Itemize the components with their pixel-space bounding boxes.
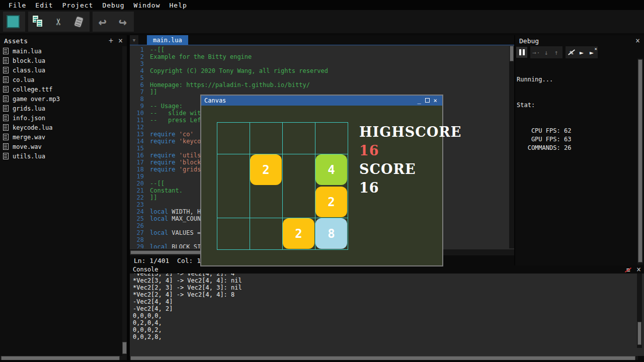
asset-item-game-over-mp3[interactable]: game over.mp3 (0, 94, 122, 104)
highscore-value: 16 (359, 144, 461, 157)
console-line: 0,0,0,2, (133, 326, 635, 333)
score-label: SCORE (359, 163, 461, 176)
add-asset-button[interactable]: + (109, 37, 113, 45)
assets-vertical-scrollbar[interactable] (122, 46, 127, 356)
step-over-button[interactable]: →· (531, 47, 541, 57)
run-button[interactable] (3, 12, 23, 32)
asset-item-co-lua[interactable]: co.lua (0, 75, 122, 84)
main-toolbar: ✂ ↩ ↪ (0, 10, 644, 33)
breakpoint-arrow-icon: ► (580, 49, 584, 56)
run-icon (7, 15, 20, 28)
menu-debug[interactable]: Debug (98, 2, 129, 9)
clear-console-button[interactable]: ≡ (624, 266, 632, 274)
code-line: 2Example for the Bitty engine (130, 53, 509, 60)
console-line: 0,0,0,0, (133, 312, 635, 319)
game-tile-4: 4 (315, 154, 347, 185)
assets-list: main.luablock.luaclass.luaco.luacollege.… (0, 46, 122, 161)
menu-file[interactable]: File (4, 2, 31, 9)
debug-header: Debug × (515, 35, 644, 46)
breakpoint-button[interactable]: ► (577, 47, 587, 57)
maximize-icon (425, 98, 430, 103)
canvas-title-bar[interactable]: Canvas _ × (201, 96, 442, 106)
grid-line (217, 122, 217, 250)
console-line: *Vec2[3, 2] -> Vec2[4, 2]: 4 (133, 274, 635, 277)
game-tile-2: 2 (315, 187, 347, 217)
asset-item-grids-lua[interactable]: grids.lua (0, 104, 122, 113)
pause-icon (519, 49, 525, 55)
grid-line (250, 122, 250, 250)
ide-window: FileEditProjectDebugWindowHelp ✂ ↩ (0, 0, 644, 362)
file-icon (3, 115, 9, 121)
clear-breakpoints-button[interactable]: ► (587, 47, 597, 57)
step-out-icon: ↑ (554, 49, 558, 56)
grid-line (348, 122, 348, 250)
menu-project[interactable]: Project (58, 2, 98, 9)
redo-icon: ↪ (119, 15, 127, 29)
step-out-button[interactable]: ↑ (551, 47, 561, 57)
canvas-minimize-button[interactable]: _ (415, 96, 423, 106)
window-bottom-edge (0, 360, 644, 362)
file-icon (3, 134, 9, 140)
debug-output: Running... Stat: CPU FPS: 62 GPU FPS: 63… (517, 58, 571, 169)
asset-item-block-lua[interactable]: block.lua (0, 56, 122, 65)
tab-main-lua[interactable]: main.lua (147, 35, 188, 45)
editor-vertical-scrollbar[interactable] (509, 46, 514, 248)
asset-item-main-lua[interactable]: main.lua (0, 46, 122, 56)
pause-button[interactable] (516, 47, 527, 58)
debug-status: Running... (517, 75, 571, 84)
assets-header: Assets + × (0, 35, 127, 46)
asset-item-merge-wav[interactable]: merge.wav (0, 132, 122, 142)
canvas-window: Canvas _ × HIGHSCORE 16 SCORE 16 24228 (200, 95, 443, 266)
menu-help[interactable]: Help (165, 2, 192, 9)
console-line: 0,0,2,8, (133, 333, 635, 340)
toggle-breakpoint-button[interactable]: ✎ (567, 47, 577, 57)
assets-panel: Assets + × main.luablock.luaclass.luaco.… (0, 35, 127, 356)
list-slash-icon: ≡ (626, 266, 630, 274)
file-icon (3, 143, 9, 150)
console-vertical-scrollbar[interactable] (637, 274, 642, 348)
file-icon (3, 96, 9, 102)
menu-edit[interactable]: Edit (31, 2, 57, 9)
paste-button[interactable] (68, 12, 89, 32)
debug-stat-label: Stat: (517, 101, 571, 110)
tab-list-dropdown[interactable]: ▼ (130, 35, 138, 45)
asset-item-utils-lua[interactable]: utils.lua (0, 151, 122, 161)
canvas-title: Canvas (204, 97, 226, 104)
assets-close-button[interactable]: × (118, 37, 123, 45)
console-title: Console (133, 266, 158, 273)
game-tile-8: 8 (315, 218, 347, 249)
file-icon (3, 67, 9, 73)
step-into-button[interactable]: ↓ (541, 47, 551, 57)
pencil-slash-icon: ✎ (570, 49, 574, 56)
asset-item-move-wav[interactable]: move.wav (0, 142, 122, 151)
debug-toolbar: →· ↓ ↑ ✎ ► ► (516, 46, 598, 58)
score-block: HIGHSCORE 16 SCORE 16 (359, 126, 461, 200)
game-tile-2: 2 (250, 154, 282, 185)
undo-icon: ↩ (99, 15, 107, 29)
file-icon (3, 153, 9, 159)
asset-item-college-ttf[interactable]: college.ttf (0, 84, 122, 94)
debug-close-button[interactable]: × (635, 37, 640, 45)
canvas-close-button[interactable]: × (431, 96, 439, 106)
copy-button[interactable] (28, 12, 48, 32)
console-line: *Vec2[2, 4] -> Vec2[4, 4]: 8 (133, 291, 635, 298)
console-line: 0,2,0,4, (133, 319, 635, 326)
game-canvas[interactable]: HIGHSCORE 16 SCORE 16 24228 (201, 106, 442, 265)
asset-item-class-lua[interactable]: class.lua (0, 65, 122, 75)
cut-button[interactable]: ✂ (48, 12, 68, 32)
debug-vertical-scrollbar[interactable] (637, 58, 643, 264)
asset-item-info-json[interactable]: info.json (0, 113, 122, 123)
game-tile-2: 2 (283, 218, 314, 249)
redo-button[interactable]: ↪ (113, 12, 133, 32)
debug-panel: Debug × →· ↓ ↑ ✎ ► ► Running... Stat: CP… (515, 35, 644, 265)
undo-button[interactable]: ↩ (93, 12, 113, 32)
scissors-icon: ✂ (52, 18, 64, 25)
asset-item-keycode-lua[interactable]: keycode.lua (0, 123, 122, 132)
chevron-down-icon: ▼ (133, 38, 135, 43)
file-icon (3, 105, 9, 112)
menu-window[interactable]: Window (129, 2, 165, 9)
canvas-maximize-button[interactable] (423, 96, 431, 106)
console-line: -Vec2[4, 4] (133, 298, 635, 305)
console-output: *Vec2[3, 2] -> Vec2[4, 2]: 4*Vec2[3, 4] … (130, 274, 635, 348)
console-close-button[interactable]: × (636, 266, 641, 274)
